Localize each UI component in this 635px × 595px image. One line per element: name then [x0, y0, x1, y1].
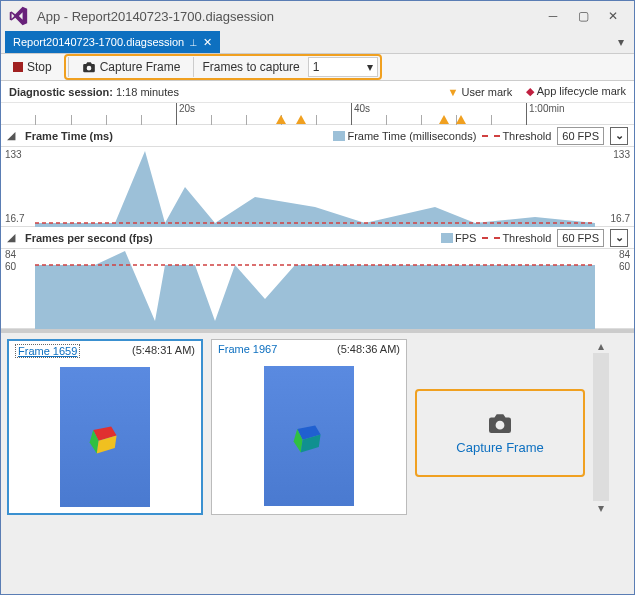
ruler-tick: 40s: [351, 103, 370, 125]
frame-time: (5:48:36 AM): [337, 343, 400, 355]
user-mark-icon: [296, 115, 306, 124]
capture-frame-label: Capture Frame: [100, 60, 181, 74]
frame-preview: [9, 361, 201, 513]
y-axis-mid-r: 60: [619, 261, 630, 272]
fps-select[interactable]: 60 FPS: [557, 127, 604, 145]
chart-menu-button[interactable]: ⌄: [610, 229, 628, 247]
chart-menu-button[interactable]: ⌄: [610, 127, 628, 145]
tab-menu-dropdown[interactable]: ▾: [618, 35, 624, 49]
frame-time-header: ◢ Frame Time (ms) Frame Time (millisecon…: [1, 125, 634, 147]
close-button[interactable]: ✕: [598, 5, 628, 27]
fps-title: Frames per second (fps): [25, 232, 153, 244]
camera-icon: [82, 61, 96, 73]
visual-studio-icon: [7, 5, 29, 27]
user-mark-icon: [456, 115, 466, 124]
frames-to-capture-label: Frames to capture: [198, 60, 303, 74]
y-axis-max-r: 133: [613, 149, 630, 160]
chevron-down-icon: ⌄: [615, 231, 624, 244]
fps-header: ◢ Frames per second (fps) FPS Threshold …: [1, 227, 634, 249]
capture-toolbar-highlight: Capture Frame Frames to capture 1 ▾: [64, 54, 382, 80]
collapse-icon[interactable]: ◢: [7, 231, 19, 244]
vertical-scrollbar[interactable]: ▴ ▾: [593, 339, 609, 515]
window-title: App - Report20140723-1700.diagsession: [37, 9, 538, 24]
separator: [68, 57, 69, 77]
frame-thumbnail[interactable]: Frame 1659 (5:48:31 AM): [7, 339, 203, 515]
tab-close-icon[interactable]: ✕: [203, 36, 212, 49]
title-bar: App - Report20140723-1700.diagsession ─ …: [1, 1, 634, 31]
frame-time: (5:48:31 AM): [132, 344, 195, 358]
user-mark-icon: [276, 115, 286, 124]
y-axis-max: 133: [5, 149, 22, 160]
scroll-up-icon[interactable]: ▴: [593, 339, 609, 353]
frame-time-title: Frame Time (ms): [25, 130, 113, 142]
cube-icon: [290, 420, 326, 456]
timeline-ruler[interactable]: 20s 40s 1:00min: [1, 103, 634, 125]
document-tab-label: Report20140723-1700.diagsession: [13, 36, 184, 48]
user-mark-icon: [439, 115, 449, 124]
chevron-down-icon: ⌄: [615, 129, 624, 142]
svg-marker-2: [35, 251, 595, 329]
frame-time-series-legend: Frame Time (milliseconds): [333, 130, 476, 142]
chevron-down-icon: ▾: [367, 60, 373, 74]
fps-plot: [35, 249, 595, 329]
document-tab[interactable]: Report20140723-1700.diagsession ⟂ ✕: [5, 31, 220, 53]
frame-thumbnails-row: Frame 1659 (5:48:31 AM) Frame 1967 (5:48…: [1, 329, 634, 521]
stop-label: Stop: [27, 60, 52, 74]
y-axis-mid: 60: [5, 261, 16, 272]
camera-icon: [486, 412, 514, 434]
minimize-button[interactable]: ─: [538, 5, 568, 27]
frame-preview: [212, 358, 406, 514]
y-axis-max-r: 84: [619, 249, 630, 260]
scroll-down-icon[interactable]: ▾: [593, 501, 609, 515]
capture-frame-tile[interactable]: Capture Frame: [415, 339, 585, 515]
toolbar: Stop Capture Frame Frames to capture 1 ▾: [1, 53, 634, 81]
separator: [193, 57, 194, 77]
frame-time-chart[interactable]: 133 16.7 133 16.7: [1, 147, 634, 227]
fps-select[interactable]: 60 FPS: [557, 229, 604, 247]
ruler-tick: 1:00min: [526, 103, 565, 125]
capture-frame-card: Capture Frame: [415, 339, 585, 515]
frames-to-capture-select[interactable]: 1 ▾: [308, 57, 378, 77]
maximize-button[interactable]: ▢: [568, 5, 598, 27]
cube-icon: [86, 421, 122, 457]
stop-icon: [13, 62, 23, 72]
session-label: Diagnostic session:: [9, 86, 113, 98]
document-tab-row: Report20140723-1700.diagsession ⟂ ✕ ▾: [1, 31, 634, 53]
frame-name[interactable]: Frame 1659: [15, 344, 80, 358]
frame-name[interactable]: Frame 1967: [218, 343, 277, 355]
stop-button[interactable]: Stop: [7, 58, 58, 76]
svg-marker-0: [35, 151, 595, 227]
user-mark-legend: ▼ User mark: [448, 86, 513, 98]
collapse-icon[interactable]: ◢: [7, 129, 19, 142]
threshold-legend: Threshold: [482, 130, 551, 142]
session-duration: 1:18 minutes: [116, 86, 179, 98]
threshold-legend: Threshold: [482, 232, 551, 244]
fps-series-legend: FPS: [441, 232, 476, 244]
frame-thumbnail[interactable]: Frame 1967 (5:48:36 AM): [211, 339, 407, 515]
frames-value: 1: [313, 60, 320, 74]
capture-frame-button[interactable]: Capture Frame: [73, 57, 190, 77]
scroll-track[interactable]: [593, 353, 609, 501]
frame-time-plot: [35, 147, 595, 227]
y-axis-min-r: 16.7: [611, 213, 630, 224]
ruler-tick: 20s: [176, 103, 195, 125]
y-axis-min: 16.7: [5, 213, 24, 224]
lifecycle-mark-legend: ◆ App lifecycle mark: [526, 85, 626, 98]
fps-chart[interactable]: 84 60 84 60: [1, 249, 634, 329]
y-axis-max: 84: [5, 249, 16, 260]
pin-icon[interactable]: ⟂: [190, 36, 197, 48]
session-info-row: Diagnostic session: 1:18 minutes ▼ User …: [1, 81, 634, 103]
capture-frame-label: Capture Frame: [456, 440, 543, 455]
